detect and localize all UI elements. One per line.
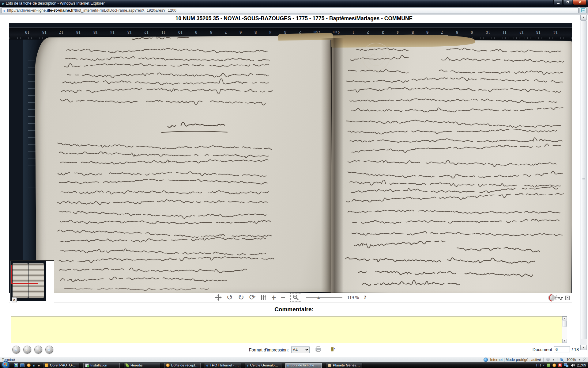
ruler-number: 3 xyxy=(382,30,384,35)
rotate-ccw-button[interactable]: ↺ xyxy=(227,294,233,301)
ruler-number: 12 xyxy=(144,30,149,35)
ruler-number: 8 xyxy=(456,30,458,35)
outlook-tray-icon[interactable] xyxy=(552,363,556,367)
chevron-down-icon[interactable]: ▼ xyxy=(578,358,581,361)
prev-arrow-icon: ← xyxy=(25,347,29,352)
taskbar-button[interactable]: Corel PHOTO-PAIN... xyxy=(43,363,79,368)
visible-region-rectangle[interactable] xyxy=(11,265,38,284)
chevron-down-icon[interactable]: ▼ xyxy=(552,358,555,361)
desktop-window-icon[interactable] xyxy=(20,363,24,367)
restore-button[interactable] xyxy=(563,0,572,5)
minimize-button[interactable] xyxy=(553,0,563,5)
restore-icon xyxy=(567,1,569,3)
document-image-viewer[interactable]: 19181716151413121110987654321 cm0 cm1234… xyxy=(9,23,572,293)
taskbar-button[interactable]: eCercle Généalogiqu... xyxy=(245,363,281,368)
scroll-up-button[interactable]: ▲ xyxy=(580,15,587,20)
compatibility-view-button[interactable] xyxy=(580,7,587,13)
ruler-number: 13 xyxy=(536,30,541,35)
scrollbar-thumb[interactable] xyxy=(563,321,567,327)
internet-explorer-icon: e xyxy=(247,363,249,367)
thumbnail-close-button[interactable]: ✕ xyxy=(12,297,17,302)
address-bar: e http://archives-en-ligne.ille-et-vilai… xyxy=(0,7,588,14)
mcafee-tray-icon[interactable]: M xyxy=(558,363,562,367)
slider-track[interactable] xyxy=(306,297,342,298)
pan-tool-button[interactable] xyxy=(215,294,222,301)
start-button[interactable] xyxy=(2,361,9,368)
zoom-slider[interactable]: ▲ xyxy=(306,295,342,300)
desktop: { "window": { "title": "Lots de la fiche… xyxy=(0,0,588,368)
clock[interactable]: 21:09 xyxy=(577,363,586,367)
address-input[interactable]: e http://archives-en-ligne.ille-et-vilai… xyxy=(1,7,579,13)
network-tray-icon[interactable] xyxy=(564,363,568,367)
up-arrow-icon: ▲ xyxy=(582,16,585,19)
page-zoom-icon[interactable] xyxy=(560,358,564,362)
zoom-in-button[interactable]: + xyxy=(271,294,276,301)
print-format-select[interactable]: A4 xyxy=(291,347,310,353)
window-scrollbar[interactable]: ▲ ▼ xyxy=(580,15,587,350)
zoom-out-button[interactable]: − xyxy=(281,294,285,301)
taskbar-button[interactable]: eLots de la fiche de d... xyxy=(285,363,322,368)
taskbar-button[interactable]: Installation xyxy=(83,363,120,368)
page-edges-right xyxy=(331,34,475,48)
thumbnail-navigator[interactable]: ✕ xyxy=(10,260,54,304)
taskbar-button-label: Corel PHOTO-PAIN... xyxy=(50,363,77,367)
adjustments-button[interactable] xyxy=(260,294,266,301)
zoom-select-tool[interactable] xyxy=(290,293,301,302)
scroll-down-button[interactable]: ▼ xyxy=(562,339,567,343)
language-indicator[interactable]: FR xyxy=(536,363,541,367)
show-desktop-icon[interactable] xyxy=(14,363,18,367)
ruler-number: 6 xyxy=(426,30,428,35)
next-document-button[interactable]: → xyxy=(34,346,42,354)
image-toolbar: ↺ ↻ ⟳ + − ▲ 119 % ? xyxy=(9,293,572,302)
resize-grip[interactable] xyxy=(583,358,587,362)
taskbar-button[interactable]: eTHOT Internet - Wi... xyxy=(205,363,241,368)
thumb-grip xyxy=(582,178,585,182)
scrollbar-thumb[interactable] xyxy=(581,20,586,339)
quick-launch-overflow-chevron[interactable]: » xyxy=(38,363,40,368)
close-icon: ✕ xyxy=(13,298,16,302)
system-tray: FR ‹ M 21:09 xyxy=(536,363,588,367)
comment-scrollbar[interactable]: ▲ ▼ xyxy=(562,316,567,343)
close-button[interactable]: ✕ xyxy=(573,0,586,5)
tray-expand-chevron[interactable]: ‹ xyxy=(543,363,545,367)
taskbar-button[interactable]: Boîte de réception d... xyxy=(164,363,201,368)
comment-textarea[interactable]: ▲ ▼ xyxy=(11,316,567,343)
comment-label: Commentaire: xyxy=(0,306,588,313)
volume-tray-icon[interactable] xyxy=(571,363,575,367)
taskbar-button-label: Installation xyxy=(90,363,107,367)
taskbar-button-label: Heredis xyxy=(130,363,143,367)
page-zoom-value[interactable]: 100% xyxy=(566,358,576,362)
ruler-number: 12 xyxy=(519,30,524,35)
first-document-button[interactable]: « xyxy=(12,346,20,354)
scroll-up-button[interactable]: ▲ xyxy=(562,316,567,320)
rotate-reset-button[interactable]: ⟳ xyxy=(249,294,256,301)
viewer-close-button[interactable]: ✕ xyxy=(565,296,570,300)
update-tray-icon[interactable] xyxy=(547,363,550,367)
print-format-label: Format d'impression: xyxy=(249,347,289,352)
scroll-down-button[interactable]: ▼ xyxy=(580,345,587,350)
document-number-input[interactable] xyxy=(554,347,570,352)
separator xyxy=(557,358,557,362)
help-button[interactable]: ? xyxy=(364,294,367,301)
ruler-number: 11 xyxy=(503,30,507,35)
protected-mode-icon[interactable] xyxy=(546,358,550,362)
previous-document-button[interactable]: ← xyxy=(23,346,31,354)
outlook-icon[interactable] xyxy=(27,363,31,367)
ie-favicon: e xyxy=(3,8,5,13)
internet-explorer-icon[interactable]: e xyxy=(33,363,35,367)
taskbar-button[interactable]: Heredis xyxy=(124,363,160,368)
slider-handle[interactable]: ▲ xyxy=(317,295,321,300)
book-gutter-shadow xyxy=(321,38,344,293)
page-title: 10 NUM 35205 35 - NOYAL-SOUS-BAZOUGES - … xyxy=(0,15,588,22)
print-button[interactable] xyxy=(315,346,322,353)
window-controls: ✕ xyxy=(553,0,586,5)
rotate-cw-button[interactable]: ↻ xyxy=(238,294,244,301)
taskbar-button[interactable]: Planète Généalogie xyxy=(326,363,362,368)
ruler-number: 6 xyxy=(239,30,242,35)
exit-button[interactable] xyxy=(330,347,336,353)
thumbnail-image[interactable] xyxy=(10,261,46,301)
exit-door-icon xyxy=(330,347,336,352)
ruler-number: 1 xyxy=(352,30,354,35)
pager-label: Document xyxy=(533,347,552,352)
last-document-button[interactable]: » xyxy=(45,346,53,354)
